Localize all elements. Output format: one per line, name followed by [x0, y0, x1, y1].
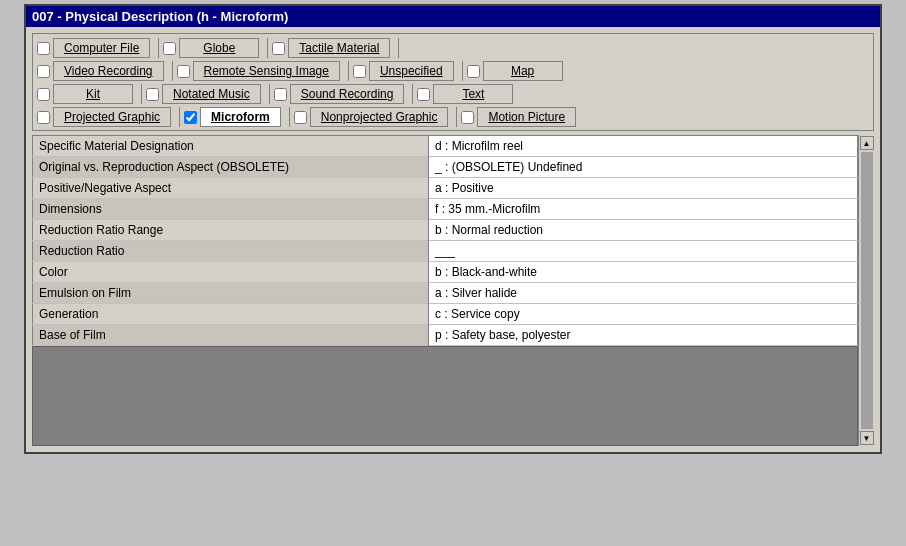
- tab-row-4: Projected Graphic Microform Nonprojected…: [37, 107, 869, 127]
- vertical-scrollbar[interactable]: ▲ ▼: [858, 135, 874, 446]
- sep7: [141, 84, 142, 104]
- checkbox-map[interactable]: [467, 65, 480, 78]
- field-value: a : Positive: [429, 178, 858, 199]
- sep2: [267, 38, 268, 58]
- field-label: Specific Material Designation: [33, 136, 429, 157]
- checkbox-text[interactable]: [417, 88, 430, 101]
- checkbox-motion-picture[interactable]: [461, 111, 474, 124]
- field-label: Emulsion on Film: [33, 283, 429, 304]
- tab-microform[interactable]: Microform: [184, 107, 281, 127]
- tab-label-globe[interactable]: Globe: [179, 38, 259, 58]
- checkbox-microform[interactable]: [184, 111, 197, 124]
- tab-tactile-material[interactable]: Tactile Material: [272, 38, 390, 58]
- tab-label-motion-picture[interactable]: Motion Picture: [477, 107, 576, 127]
- tab-video-recording[interactable]: Video Recording: [37, 61, 164, 81]
- field-value: a : Silver halide: [429, 283, 858, 304]
- checkbox-notated-music[interactable]: [146, 88, 159, 101]
- table-row: Base of Filmp : Safety base, polyester: [33, 325, 858, 346]
- tab-remote-sensing-image[interactable]: Remote Sensing Image: [177, 61, 340, 81]
- checkbox-unspecified[interactable]: [353, 65, 366, 78]
- scroll-up-button[interactable]: ▲: [860, 136, 874, 150]
- data-panel: Specific Material Designationd : Microfi…: [32, 135, 874, 446]
- tab-nonprojected-graphic[interactable]: Nonprojected Graphic: [294, 107, 449, 127]
- table-row: Dimensionsf : 35 mm.-Microfilm: [33, 199, 858, 220]
- checkbox-projected-graphic[interactable]: [37, 111, 50, 124]
- tab-unspecified[interactable]: Unspecified: [353, 61, 454, 81]
- checkbox-remote-sensing-image[interactable]: [177, 65, 190, 78]
- tab-motion-picture[interactable]: Motion Picture: [461, 107, 576, 127]
- title-bar: 007 - Physical Description (h - Microfor…: [26, 6, 880, 27]
- tab-label-computer-file[interactable]: Computer File: [53, 38, 150, 58]
- fields-table: Specific Material Designationd : Microfi…: [32, 135, 858, 346]
- field-label: Generation: [33, 304, 429, 325]
- tab-label-remote-sensing-image[interactable]: Remote Sensing Image: [193, 61, 340, 81]
- tab-computer-file[interactable]: Computer File: [37, 38, 150, 58]
- tab-label-nonprojected-graphic[interactable]: Nonprojected Graphic: [310, 107, 449, 127]
- field-label: Base of Film: [33, 325, 429, 346]
- tab-notated-music[interactable]: Notated Music: [146, 84, 261, 104]
- tab-label-projected-graphic[interactable]: Projected Graphic: [53, 107, 171, 127]
- sep3: [398, 38, 399, 58]
- tab-row-1: Computer File Globe Tactile Material: [37, 38, 869, 58]
- field-value: b : Normal reduction: [429, 220, 858, 241]
- table-row: Reduction Ratio___: [33, 241, 858, 262]
- checkbox-sound-recording[interactable]: [274, 88, 287, 101]
- tab-kit[interactable]: Kit: [37, 84, 133, 104]
- tab-label-tactile-material[interactable]: Tactile Material: [288, 38, 390, 58]
- tab-text[interactable]: Text: [417, 84, 513, 104]
- field-value: f : 35 mm.-Microfilm: [429, 199, 858, 220]
- tab-label-kit[interactable]: Kit: [53, 84, 133, 104]
- tab-label-video-recording[interactable]: Video Recording: [53, 61, 164, 81]
- field-label: Reduction Ratio Range: [33, 220, 429, 241]
- tab-sound-recording[interactable]: Sound Recording: [274, 84, 405, 104]
- table-row: Reduction Ratio Rangeb : Normal reductio…: [33, 220, 858, 241]
- tab-label-map[interactable]: Map: [483, 61, 563, 81]
- field-value: b : Black-and-white: [429, 262, 858, 283]
- sep10: [179, 107, 180, 127]
- tab-label-text[interactable]: Text: [433, 84, 513, 104]
- checkbox-video-recording[interactable]: [37, 65, 50, 78]
- tab-projected-graphic[interactable]: Projected Graphic: [37, 107, 171, 127]
- sep8: [269, 84, 270, 104]
- scroll-track[interactable]: [861, 152, 873, 429]
- sep11: [289, 107, 290, 127]
- tab-label-notated-music[interactable]: Notated Music: [162, 84, 261, 104]
- tab-label-microform[interactable]: Microform: [200, 107, 281, 127]
- checkbox-computer-file[interactable]: [37, 42, 50, 55]
- table-row: Positive/Negative Aspecta : Positive: [33, 178, 858, 199]
- field-label: Original vs. Reproduction Aspect (OBSOLE…: [33, 157, 429, 178]
- checkbox-nonprojected-graphic[interactable]: [294, 111, 307, 124]
- field-value: d : Microfilm reel: [429, 136, 858, 157]
- field-value: _ : (OBSOLETE) Undefined: [429, 157, 858, 178]
- table-row: Colorb : Black-and-white: [33, 262, 858, 283]
- checkbox-globe[interactable]: [163, 42, 176, 55]
- tab-row-3: Kit Notated Music Sound Recording: [37, 84, 869, 104]
- tab-globe[interactable]: Globe: [163, 38, 259, 58]
- field-label: Reduction Ratio: [33, 241, 429, 262]
- field-label: Positive/Negative Aspect: [33, 178, 429, 199]
- checkbox-tactile-material[interactable]: [272, 42, 285, 55]
- table-row: Emulsion on Filma : Silver halide: [33, 283, 858, 304]
- tab-label-sound-recording[interactable]: Sound Recording: [290, 84, 405, 104]
- field-value: c : Service copy: [429, 304, 858, 325]
- sep9: [412, 84, 413, 104]
- field-label: Color: [33, 262, 429, 283]
- scroll-down-button[interactable]: ▼: [860, 431, 874, 445]
- window-title: 007 - Physical Description (h - Microfor…: [32, 9, 288, 24]
- bottom-empty-area: [32, 346, 858, 446]
- data-table-container: Specific Material Designationd : Microfi…: [32, 135, 858, 446]
- sep12: [456, 107, 457, 127]
- tab-map[interactable]: Map: [467, 61, 563, 81]
- sep4: [172, 61, 173, 81]
- table-row: Original vs. Reproduction Aspect (OBSOLE…: [33, 157, 858, 178]
- field-value: p : Safety base, polyester: [429, 325, 858, 346]
- tabs-area: Computer File Globe Tactile Material: [32, 33, 874, 131]
- tab-label-unspecified[interactable]: Unspecified: [369, 61, 454, 81]
- field-label: Dimensions: [33, 199, 429, 220]
- table-row: Generationc : Service copy: [33, 304, 858, 325]
- sep1: [158, 38, 159, 58]
- field-value: ___: [429, 241, 858, 262]
- tab-row-2: Video Recording Remote Sensing Image Uns…: [37, 61, 869, 81]
- sep5: [348, 61, 349, 81]
- checkbox-kit[interactable]: [37, 88, 50, 101]
